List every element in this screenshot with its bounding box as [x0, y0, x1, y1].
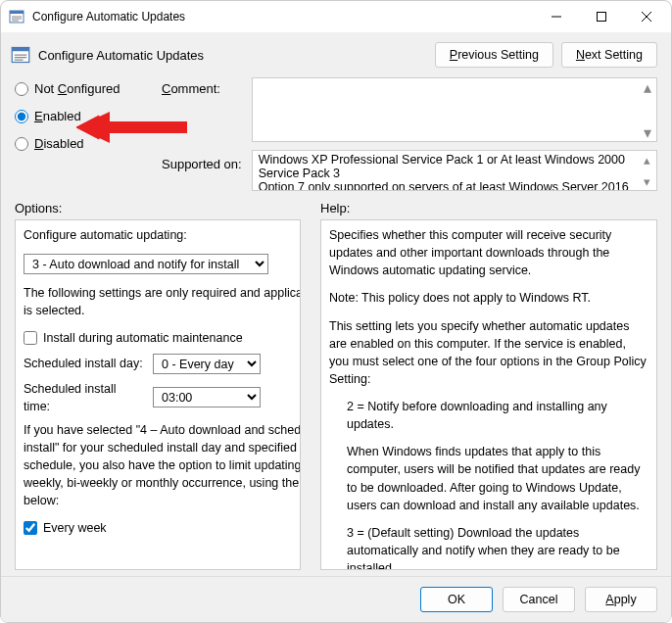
ok-button[interactable]: OK: [420, 587, 493, 612]
config-updating-label: Configure automatic updating:: [24, 226, 301, 244]
supported-on-box: Windows XP Professional Service Pack 1 o…: [252, 150, 657, 191]
next-setting-button[interactable]: Next Setting: [561, 42, 657, 68]
supported-label: Supported on:: [162, 153, 242, 171]
every-week-label: Every week: [43, 519, 107, 537]
scroll-down-icon[interactable]: ▾: [640, 124, 655, 140]
help-text: This setting lets you specify whether au…: [329, 317, 648, 389]
window-title: Configure Automatic Updates: [32, 10, 534, 24]
sched-time-label: Scheduled install time:: [24, 380, 145, 415]
sched-time-select[interactable]: 03:00: [153, 387, 261, 407]
policy-icon: [11, 45, 30, 65]
options-label: Options:: [15, 201, 301, 216]
schedule-note: If you have selected "4 – Auto download …: [24, 421, 301, 510]
help-text: 3 = (Default setting) Download the updat…: [329, 524, 648, 570]
help-panel[interactable]: Specifies whether this computer will rec…: [320, 219, 657, 570]
scroll-up-icon[interactable]: ▴: [639, 152, 654, 168]
help-text: Note: This policy does not apply to Wind…: [329, 289, 648, 307]
options-panel[interactable]: Configure automatic updating: 3 - Auto d…: [15, 219, 301, 570]
scroll-down-icon[interactable]: ▾: [639, 173, 654, 189]
svg-rect-1: [10, 11, 24, 14]
every-week-checkbox[interactable]: [24, 521, 37, 535]
supported-text: Windows XP Professional Service Pack 1 o…: [259, 153, 650, 191]
config-updating-select[interactable]: 3 - Auto download and notify for install: [24, 254, 268, 274]
maximize-button[interactable]: [579, 2, 624, 31]
comment-label: Comment:: [162, 77, 242, 96]
disabled-input[interactable]: [15, 137, 28, 151]
minimize-button[interactable]: [534, 2, 579, 31]
policy-title: Configure Automatic Updates: [38, 48, 427, 63]
content-area: Configure Automatic Updates Previous Set…: [1, 32, 671, 622]
not-configured-radio[interactable]: Not Configured: [15, 81, 152, 96]
install-maintenance-checkbox[interactable]: [24, 331, 37, 345]
config-section: Not Configured Enabled Disabled Comment:…: [1, 73, 671, 195]
svg-rect-2: [598, 13, 606, 22]
footer: OK Cancel Apply: [1, 576, 671, 622]
help-label: Help:: [320, 201, 350, 216]
previous-setting-button[interactable]: Previous Setting: [435, 42, 553, 68]
install-maintenance-label: Install during automatic maintenance: [43, 329, 243, 347]
sched-day-label: Scheduled install day:: [24, 355, 145, 372]
not-configured-input[interactable]: [15, 82, 28, 96]
apply-button[interactable]: Apply: [585, 587, 657, 612]
close-button[interactable]: [624, 2, 669, 31]
titlebar[interactable]: Configure Automatic Updates: [1, 1, 671, 32]
panels: Configure automatic updating: 3 - Auto d…: [1, 219, 671, 576]
svg-rect-4: [12, 48, 29, 52]
required-note: The following settings are only required…: [24, 284, 301, 319]
comment-input[interactable]: [252, 77, 657, 142]
enabled-input[interactable]: [15, 110, 28, 123]
disabled-radio[interactable]: Disabled: [15, 136, 152, 151]
help-text: 2 = Notify before downloading and instal…: [329, 398, 648, 433]
dialog-window: Configure Automatic Updates Configure Au…: [0, 0, 672, 623]
policy-icon: [9, 9, 24, 24]
sched-day-select[interactable]: 0 - Every day: [153, 354, 261, 374]
panels-header: Options: Help:: [1, 195, 671, 219]
header-row: Configure Automatic Updates Previous Set…: [1, 32, 671, 73]
help-text: When Windows finds updates that apply to…: [329, 443, 648, 514]
cancel-button[interactable]: Cancel: [503, 587, 575, 612]
scroll-up-icon[interactable]: ▴: [640, 79, 655, 95]
help-text: Specifies whether this computer will rec…: [329, 226, 648, 279]
enabled-radio[interactable]: Enabled: [15, 109, 152, 123]
